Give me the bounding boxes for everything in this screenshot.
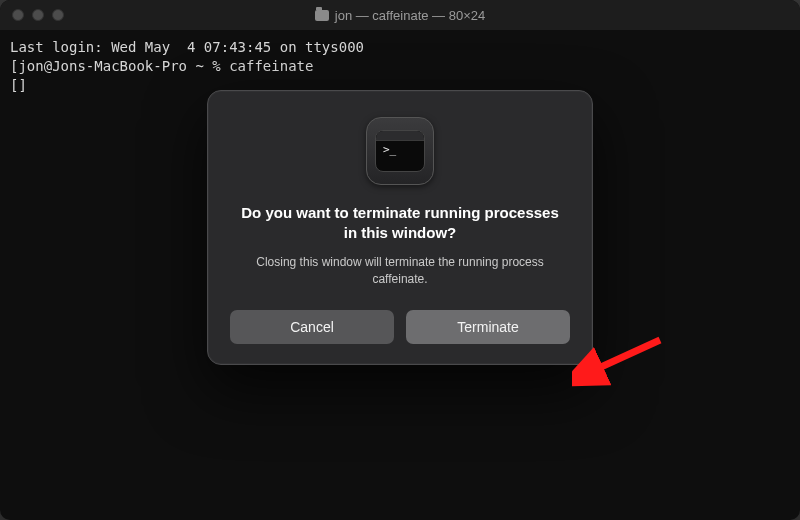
dialog-message: Closing this window will terminate the r… [244,254,556,289]
cancel-button[interactable]: Cancel [230,310,394,344]
dialog-title: Do you want to terminate running process… [236,203,564,244]
prompt-icon: >_ [383,144,396,155]
terminal-window: jon — caffeinate — 80×24 Last login: Wed… [0,0,800,520]
modal-overlay: >_ Do you want to terminate running proc… [0,0,800,520]
terminate-button[interactable]: Terminate [406,310,570,344]
confirm-dialog: >_ Do you want to terminate running proc… [207,90,593,365]
terminal-app-icon: >_ [366,117,434,185]
dialog-button-row: Cancel Terminate [230,310,570,344]
